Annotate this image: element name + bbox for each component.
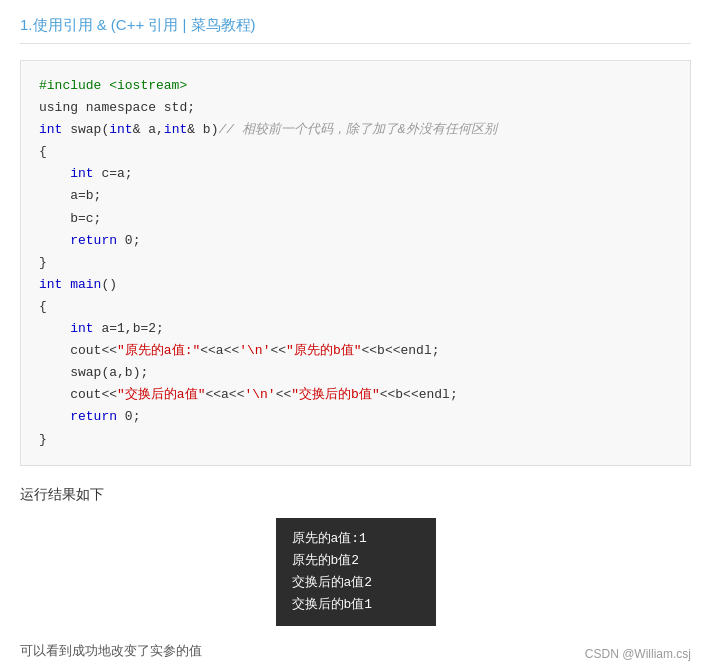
- code-cout1a: cout<<: [70, 343, 117, 358]
- code-str1: "原先的a值:": [117, 343, 200, 358]
- code-int-c: int: [70, 166, 93, 181]
- code-brace2: }: [39, 255, 47, 270]
- terminal-line-3: 交换后的a值2: [292, 572, 420, 594]
- terminal-box: 原先的a值:1 原先的b值2 交换后的a值2 交换后的b值1: [276, 518, 436, 626]
- code-line-include: #include <iostream>: [39, 78, 187, 93]
- section-label: 运行结果如下: [20, 486, 691, 504]
- terminal-line-2: 原先的b值2: [292, 550, 420, 572]
- terminal-line-4: 交换后的b值1: [292, 594, 420, 616]
- code-kw3: int: [164, 122, 187, 137]
- code-block: #include <iostream> using namespace std;…: [20, 60, 691, 466]
- code-brace3: {: [39, 299, 47, 314]
- page-title: 1.使用引用 & (C++ 引用 | 菜鸟教程): [20, 16, 691, 44]
- code-brace1: {: [39, 144, 47, 159]
- code-a-b: a=b;: [70, 188, 101, 203]
- code-return1: return: [70, 233, 117, 248]
- code-brace4: }: [39, 432, 47, 447]
- terminal-line-1: 原先的a值:1: [292, 528, 420, 550]
- caption-text: 可以看到成功地改变了实参的值: [20, 642, 202, 660]
- code-char2: '\n': [244, 387, 275, 402]
- code-str3: "交换后的a值": [117, 387, 205, 402]
- code-line-using: using namespace std;: [39, 100, 195, 115]
- code-int-ab: int: [70, 321, 93, 336]
- code-main-fn: main: [62, 277, 101, 292]
- code-b-c: b=c;: [70, 211, 101, 226]
- code-comment: // 相较前一个代码，除了加了&外没有任何区别: [218, 122, 496, 137]
- code-str4: "交换后的b值": [291, 387, 379, 402]
- code-return2: return: [70, 409, 117, 424]
- code-line-swap-kw: int: [39, 122, 62, 137]
- code-cout2a: cout<<: [70, 387, 117, 402]
- code-char1: '\n': [239, 343, 270, 358]
- footer-credit: CSDN @William.csj: [585, 647, 691, 661]
- code-swap-call: swap(a,b);: [70, 365, 148, 380]
- code-kw2: int: [109, 122, 132, 137]
- code-str2: "原先的b值": [286, 343, 361, 358]
- result-area: 原先的a值:1 原先的b值2 交换后的a值2 交换后的b值1: [20, 518, 691, 632]
- code-main-kw: int: [39, 277, 62, 292]
- code-line-swap-fn: swap(: [62, 122, 109, 137]
- bottom-row: 可以看到成功地改变了实参的值 CSDN @William.csj: [20, 642, 691, 662]
